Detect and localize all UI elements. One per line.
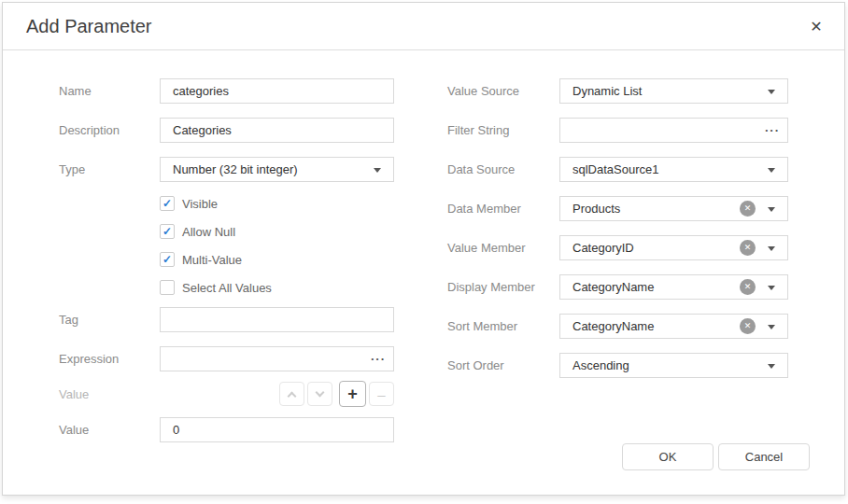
visible-checkbox[interactable]: ✓ xyxy=(160,196,175,211)
value-source-dropdown[interactable]: Dynamic List xyxy=(559,78,788,104)
value-member-label: Value Member xyxy=(447,235,526,260)
dropdown-arrow-icon xyxy=(768,364,775,369)
data-member-clear-button[interactable]: ✕ xyxy=(740,201,756,217)
visible-checkbox-row: ✓ Visible xyxy=(160,195,218,212)
value-label: Value xyxy=(59,417,89,442)
value-member-dropdown[interactable]: CategoryID ✕ xyxy=(559,235,788,260)
value-input[interactable] xyxy=(161,418,393,441)
data-source-dropdown[interactable]: sqlDataSource1 xyxy=(559,157,788,182)
sort-member-label: Sort Member xyxy=(447,314,517,339)
plus-icon: + xyxy=(347,385,358,402)
dropdown-arrow-icon xyxy=(768,246,775,251)
select-all-values-checkbox[interactable] xyxy=(160,280,175,295)
tag-input[interactable] xyxy=(161,308,393,331)
ok-button[interactable]: OK xyxy=(622,443,714,470)
name-field[interactable] xyxy=(160,78,394,104)
multi-value-checkbox-row: ✓ Multi-Value xyxy=(160,251,242,268)
display-member-clear-button[interactable]: ✕ xyxy=(740,279,756,295)
type-label: Type xyxy=(59,157,85,182)
value-add-button[interactable]: + xyxy=(339,381,366,407)
sort-member-clear-button[interactable]: ✕ xyxy=(740,318,756,334)
filter-string-label: Filter String xyxy=(447,118,509,143)
select-all-values-checkbox-row: Select All Values xyxy=(160,279,272,296)
type-value: Number (32 bit integer) xyxy=(161,158,393,181)
cancel-button[interactable]: Cancel xyxy=(718,443,810,470)
tag-field[interactable] xyxy=(160,307,394,332)
value-source-label: Value Source xyxy=(447,78,519,104)
chevron-down-icon xyxy=(316,388,325,398)
display-member-label: Display Member xyxy=(447,274,535,300)
clear-icon: ✕ xyxy=(744,204,752,213)
clear-icon: ✕ xyxy=(744,283,752,291)
add-parameter-dialog: Add Parameter ✕ Name Description Type Nu… xyxy=(2,2,845,496)
display-member-dropdown[interactable]: CategoryName ✕ xyxy=(559,274,788,300)
description-input[interactable] xyxy=(161,119,393,142)
visible-checkbox-label: Visible xyxy=(182,197,218,211)
type-dropdown[interactable]: Number (32 bit integer) xyxy=(160,157,394,182)
data-source-label: Data Source xyxy=(447,157,515,182)
clear-icon: ✕ xyxy=(744,244,752,252)
check-icon: ✓ xyxy=(163,226,172,237)
filter-string-input[interactable] xyxy=(560,119,787,142)
dialog-header: Add Parameter ✕ xyxy=(3,3,844,50)
sort-order-value: Ascending xyxy=(560,354,787,377)
expression-label: Expression xyxy=(59,346,119,371)
filter-string-field[interactable]: ··· xyxy=(559,118,788,143)
check-icon: ✓ xyxy=(163,198,172,209)
sort-order-dropdown[interactable]: Ascending xyxy=(559,353,788,378)
close-icon: ✕ xyxy=(810,20,822,35)
value-move-down-button[interactable] xyxy=(307,382,332,406)
name-input[interactable] xyxy=(161,79,393,103)
allow-null-checkbox-row: ✓ Allow Null xyxy=(160,223,235,240)
sort-order-label: Sort Order xyxy=(447,353,504,378)
dropdown-arrow-icon xyxy=(768,207,775,212)
data-source-value: sqlDataSource1 xyxy=(560,158,787,181)
value-member-clear-button[interactable]: ✕ xyxy=(740,240,756,256)
dropdown-arrow-icon xyxy=(768,325,775,329)
allow-null-checkbox-label: Allow Null xyxy=(182,225,235,239)
ellipsis-icon: ··· xyxy=(765,123,780,137)
dropdown-arrow-icon xyxy=(768,90,775,94)
clear-icon: ✕ xyxy=(744,322,752,330)
tag-label: Tag xyxy=(59,307,78,332)
expression-field[interactable]: ··· xyxy=(160,346,394,371)
chevron-up-icon xyxy=(288,391,297,400)
value-field[interactable] xyxy=(160,417,394,442)
data-member-label: Data Member xyxy=(447,196,521,221)
multi-value-checkbox[interactable]: ✓ xyxy=(160,252,175,267)
value-stepper-label: Value xyxy=(59,382,89,407)
close-button[interactable]: ✕ xyxy=(805,16,827,38)
dropdown-arrow-icon xyxy=(374,168,381,173)
ellipsis-icon: ··· xyxy=(371,352,386,366)
sort-member-dropdown[interactable]: CategoryName ✕ xyxy=(559,314,788,339)
dropdown-arrow-icon xyxy=(768,286,775,290)
expression-ellipsis-button[interactable]: ··· xyxy=(371,347,386,371)
dropdown-arrow-icon xyxy=(768,168,775,173)
select-all-values-checkbox-label: Select All Values xyxy=(182,281,272,295)
filter-string-ellipsis-button[interactable]: ··· xyxy=(765,119,780,142)
value-source-value: Dynamic List xyxy=(560,79,787,103)
check-icon: ✓ xyxy=(163,254,172,265)
allow-null-checkbox[interactable]: ✓ xyxy=(160,224,175,239)
name-label: Name xyxy=(59,78,92,104)
value-move-up-button[interactable] xyxy=(279,382,304,406)
description-label: Description xyxy=(59,118,120,143)
multi-value-checkbox-label: Multi-Value xyxy=(182,253,242,267)
minus-icon: – xyxy=(377,387,385,401)
description-field[interactable] xyxy=(160,118,394,143)
expression-input[interactable] xyxy=(161,347,393,371)
dialog-title: Add Parameter xyxy=(26,3,152,50)
data-member-dropdown[interactable]: Products ✕ xyxy=(559,196,788,221)
value-remove-button[interactable]: – xyxy=(369,382,394,406)
